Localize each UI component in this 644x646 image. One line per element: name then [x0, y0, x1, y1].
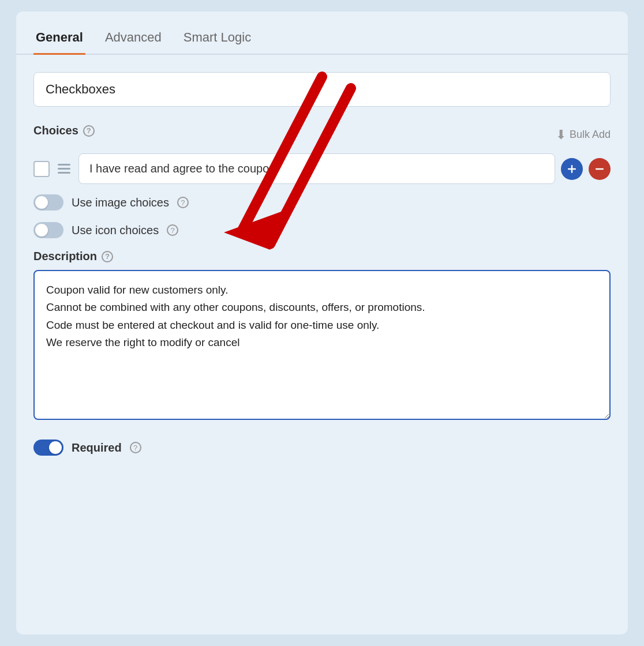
remove-choice-button[interactable]	[589, 158, 611, 180]
use-image-choices-toggle[interactable]	[33, 194, 63, 211]
tab-advanced[interactable]: Advanced	[103, 23, 164, 55]
drag-handle[interactable]	[55, 162, 73, 176]
use-image-choices-row: Use image choices ?	[33, 194, 611, 211]
description-textarea[interactable]: Coupon valid for new customers only. Can…	[33, 270, 611, 420]
description-help-icon[interactable]: ?	[102, 251, 113, 262]
toggle-knob-2	[35, 224, 48, 236]
tab-content: Choices ? ⬇ Bulk Add	[16, 55, 628, 479]
description-label: Description ?	[33, 250, 611, 263]
use-icon-choices-row: Use icon choices ?	[33, 222, 611, 238]
use-icon-choices-toggle[interactable]	[33, 222, 63, 238]
description-section: Description ? Coupon valid fo	[33, 250, 611, 422]
tab-smart-logic[interactable]: Smart Logic	[181, 23, 253, 55]
required-toggle[interactable]	[33, 440, 63, 456]
tabs-bar: General Advanced Smart Logic	[16, 12, 628, 55]
settings-panel: General Advanced Smart Logic Choices ? ⬇…	[16, 12, 628, 634]
add-choice-button[interactable]	[561, 158, 583, 180]
required-toggle-knob	[49, 441, 62, 454]
drag-line-1	[58, 164, 70, 166]
icon-choices-help-icon[interactable]: ?	[167, 224, 178, 236]
tab-general[interactable]: General	[33, 23, 85, 55]
field-name-input[interactable]	[33, 72, 611, 107]
minus-icon	[594, 163, 605, 175]
toggle-knob	[35, 196, 48, 209]
required-row: Required ?	[33, 440, 611, 456]
choice-checkbox[interactable]	[33, 161, 50, 177]
choice-text-input[interactable]	[78, 153, 555, 184]
plus-icon	[566, 163, 578, 175]
drag-line-2	[58, 168, 70, 170]
choice-row	[33, 153, 611, 184]
bulk-add-button[interactable]: ⬇ Bulk Add	[556, 127, 611, 142]
choices-label: Choices ?	[33, 124, 95, 137]
choices-section-header: Choices ? ⬇ Bulk Add	[33, 124, 611, 145]
image-choices-help-icon[interactable]: ?	[177, 197, 189, 208]
required-help-icon[interactable]: ?	[130, 442, 141, 453]
drag-line-3	[58, 172, 70, 174]
choices-help-icon[interactable]: ?	[83, 125, 95, 137]
download-icon: ⬇	[556, 127, 566, 142]
